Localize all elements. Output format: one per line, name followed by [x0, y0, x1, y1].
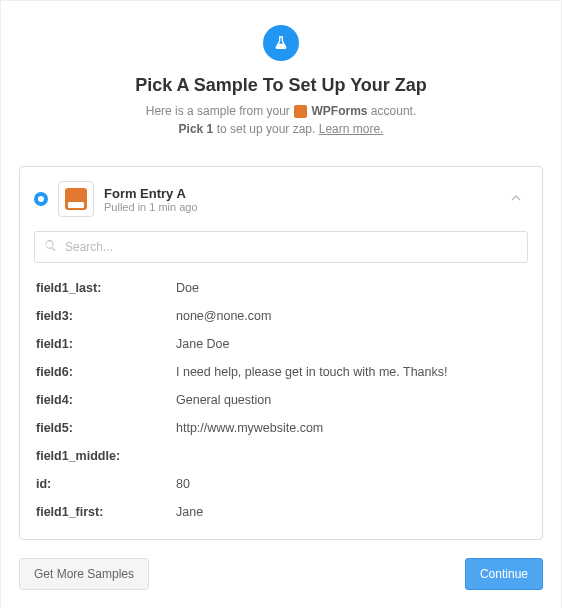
- field-key: field5:: [36, 421, 176, 435]
- chevron-up-icon[interactable]: [504, 186, 528, 213]
- sample-subtitle: Pulled in 1 min ago: [104, 201, 494, 213]
- field-value: Jane Doe: [176, 337, 526, 351]
- field-key: field6:: [36, 365, 176, 379]
- page-container: Pick A Sample To Set Up Your Zap Here is…: [0, 0, 562, 608]
- field-value: General question: [176, 393, 526, 407]
- field-value: I need help, please get in touch with me…: [176, 365, 526, 379]
- field-key: field3:: [36, 309, 176, 323]
- field-key: field1_first:: [36, 505, 176, 519]
- field-value: Doe: [176, 281, 526, 295]
- flask-icon: [263, 25, 299, 61]
- field-key: field1_last:: [36, 281, 176, 295]
- header: Pick A Sample To Set Up Your Zap Here is…: [19, 25, 543, 138]
- field-key: field1:: [36, 337, 176, 351]
- sample-name: Form Entry A: [104, 186, 494, 201]
- wpforms-icon: [294, 105, 307, 118]
- field-value: [176, 449, 526, 463]
- footer: Get More Samples Continue: [19, 558, 543, 590]
- field-key: field1_middle:: [36, 449, 176, 463]
- wpforms-app-icon: [58, 181, 94, 217]
- continue-button[interactable]: Continue: [465, 558, 543, 590]
- learn-more-link[interactable]: Learn more.: [319, 122, 384, 136]
- sample-card: Form Entry A Pulled in 1 min ago field1_…: [19, 166, 543, 540]
- field-value: Jane: [176, 505, 526, 519]
- search-input[interactable]: [34, 231, 528, 263]
- sample-header[interactable]: Form Entry A Pulled in 1 min ago: [34, 181, 528, 217]
- fields-grid: field1_last: Doe field3: none@none.com f…: [34, 277, 528, 525]
- field-value: 80: [176, 477, 526, 491]
- sample-title: Form Entry A Pulled in 1 min ago: [104, 186, 494, 213]
- header-subtitle: Here is a sample from your WPForms accou…: [19, 102, 543, 138]
- radio-selected-icon[interactable]: [34, 192, 48, 206]
- field-value: none@none.com: [176, 309, 526, 323]
- field-value: http://www.mywebsite.com: [176, 421, 526, 435]
- field-key: field4:: [36, 393, 176, 407]
- field-key: id:: [36, 477, 176, 491]
- search-wrap: [34, 231, 528, 263]
- search-icon: [44, 239, 57, 255]
- get-more-samples-button[interactable]: Get More Samples: [19, 558, 149, 590]
- page-title: Pick A Sample To Set Up Your Zap: [19, 75, 543, 96]
